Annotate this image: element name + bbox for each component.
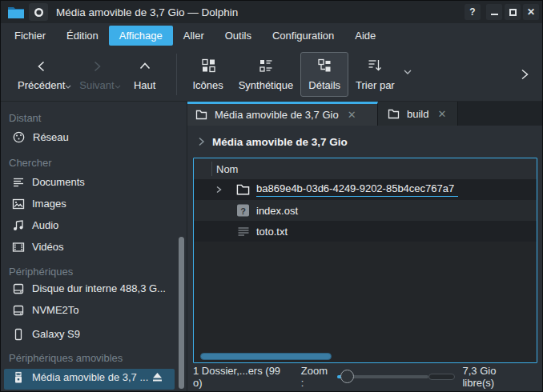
sidebar-item-images[interactable]: Images	[1, 193, 187, 214]
forward-dropdown-caret-icon	[115, 85, 121, 89]
music-note-icon	[12, 219, 25, 232]
help-button[interactable]: ?	[465, 4, 481, 20]
app-ring-icon	[34, 7, 44, 18]
back-button[interactable]: Précédent	[10, 53, 72, 96]
zoom-slider-handle[interactable]	[340, 370, 354, 383]
device-info: Disque dur interne 488,3 G...	[32, 282, 170, 294]
sidebar-item-label: Galaxy S9	[32, 328, 80, 340]
menu-affichage[interactable]: Affichage	[109, 26, 173, 46]
icons-view-button[interactable]: Icônes	[185, 53, 231, 96]
menu-outils[interactable]: Outils	[215, 26, 262, 46]
up-label: Haut	[134, 79, 155, 91]
back-dropdown-caret-icon[interactable]	[65, 85, 71, 89]
compact-view-icon	[258, 58, 274, 74]
sidebar-item-disque-dur-interne[interactable]: Disque dur interne 488,3 G...	[1, 280, 187, 302]
chevron-right-icon	[90, 58, 104, 74]
breadcrumb[interactable]: Média amovible de 3,7 Gio	[187, 126, 542, 158]
menu-edition[interactable]: Édition	[56, 26, 109, 46]
sidebar-item-galaxy-s9[interactable]: Galaxy S9	[1, 323, 187, 345]
tab-media-amovible[interactable]: Média amovible de 3,7 Gio ✕	[187, 102, 378, 126]
section-chercher: Chercher	[9, 157, 187, 169]
details-view-label: Détails	[308, 79, 340, 91]
main-view: Média amovible de 3,7 Gio ✕ build ✕ Médi…	[187, 102, 542, 391]
breadcrumb-path[interactable]: Média amovible de 3,7 Gio	[212, 136, 348, 148]
sidebar-item-label: Vidéos	[32, 241, 64, 253]
details-view-button[interactable]: Détails	[300, 52, 348, 97]
document-lines-icon	[12, 176, 25, 189]
expander-chevron-icon[interactable]	[215, 186, 222, 194]
places-panel: Distant Réseau Chercher Document	[1, 102, 187, 391]
maximize-button[interactable]	[505, 4, 521, 20]
device-info: Média amovible de 3,7 ...	[32, 371, 170, 383]
forward-button: Suivant	[72, 53, 121, 96]
free-space-text: 7,3 Gio libre(s)	[462, 365, 529, 389]
menu-aide[interactable]: Aide	[344, 26, 386, 46]
eject-button[interactable]	[151, 372, 163, 382]
section-distant: Distant	[9, 112, 187, 124]
column-nom[interactable]: Nom	[216, 163, 238, 175]
file-row-index-ost[interactable]: ? index.ost	[194, 200, 537, 221]
folder-icon	[195, 110, 207, 120]
sidebar-item-label: Audio	[32, 219, 58, 231]
sort-by-button[interactable]: Trier par	[348, 53, 402, 96]
window-menu-button[interactable]	[29, 3, 48, 21]
file-view-panel: Nom	[193, 158, 537, 363]
chevron-left-icon	[34, 58, 49, 74]
sidebar-item-media-amovible[interactable]: Média amovible de 3,7 ...	[4, 369, 175, 390]
film-icon	[12, 241, 25, 254]
image-icon	[12, 198, 25, 210]
tab-close-icon[interactable]: ✕	[436, 108, 448, 120]
file-row-toto-txt[interactable]: toto.txt	[194, 221, 537, 242]
maximize-icon	[509, 9, 517, 16]
breadcrumb-chevron-icon	[198, 137, 205, 146]
menu-configuration[interactable]: Configuration	[262, 26, 344, 46]
hard-drive-icon	[12, 282, 25, 295]
tab-bar: Média amovible de 3,7 Gio ✕ build ✕	[187, 102, 542, 126]
tab-label: build	[407, 108, 428, 120]
menu-aller[interactable]: Aller	[173, 26, 215, 46]
usb-drive-icon	[12, 371, 25, 384]
titlebar[interactable]: Média amovible de 3,7 Gio — Dolphin ? ✕	[1, 1, 542, 23]
sidebar-item-label: Images	[32, 198, 66, 210]
file-name[interactable]: index.ost	[256, 205, 298, 217]
menu-fichier[interactable]: Fichier	[4, 26, 56, 46]
column-header[interactable]: Nom	[194, 158, 537, 179]
sidebar-scrollbar[interactable]	[179, 237, 184, 389]
window-title: Média amovible de 3,7 Gio — Dolphin	[56, 6, 238, 18]
horizontal-scrollbar[interactable]	[200, 353, 332, 360]
compact-view-label: Synthétique	[239, 79, 294, 91]
minimize-icon	[491, 14, 498, 15]
file-name[interactable]: toto.txt	[256, 226, 288, 238]
sort-icon	[367, 58, 383, 74]
body: Distant Réseau Chercher Document	[1, 102, 542, 391]
status-bar: 1 Dossier,...ers (99 o) Zoom : 7,3 Gio l…	[187, 363, 542, 390]
sidebar-item-nvme2to[interactable]: NVME2To	[1, 302, 187, 323]
menubar: Fichier Édition Affichage Aller Outils C…	[1, 23, 542, 47]
folder-icon	[388, 109, 400, 119]
zoom-slider[interactable]	[337, 369, 428, 385]
up-button[interactable]: Haut	[122, 53, 168, 96]
sidebar-item-label: Documents	[32, 176, 85, 188]
folder-icon	[236, 183, 250, 197]
file-name[interactable]: ba869e4b-03d6-4249-9202-85b4cec767a7	[256, 182, 458, 197]
compact-view-button[interactable]: Synthétique	[231, 53, 301, 96]
close-button[interactable]: ✕	[523, 4, 539, 20]
file-row-folder[interactable]: ba869e4b-03d6-4249-9202-85b4cec767a7	[194, 179, 537, 200]
toolbar-overflow-button[interactable]	[520, 68, 529, 81]
zoom-label: Zoom :	[301, 365, 333, 389]
free-space-bar	[428, 374, 455, 380]
icons-view-label: Icônes	[192, 79, 223, 91]
sidebar-item-videos[interactable]: Vidéos	[1, 236, 187, 258]
forward-label: Suivant	[79, 79, 114, 91]
minimize-button[interactable]	[486, 4, 502, 20]
eject-icon	[151, 372, 163, 382]
sidebar-item-reseau[interactable]: Réseau	[1, 126, 187, 147]
back-label: Précédent	[18, 79, 65, 91]
sort-dropdown-caret-icon[interactable]	[404, 70, 412, 74]
tab-build[interactable]: build ✕	[378, 102, 458, 126]
sidebar-item-documents[interactable]: Documents	[1, 171, 187, 193]
dolphin-window: Média amovible de 3,7 Gio — Dolphin ? ✕ …	[0, 0, 543, 392]
sidebar-item-audio[interactable]: Audio	[1, 214, 187, 236]
tab-close-icon[interactable]: ✕	[346, 109, 358, 121]
section-peripheriques-amovibles: Périphériques amovibles	[9, 352, 187, 364]
